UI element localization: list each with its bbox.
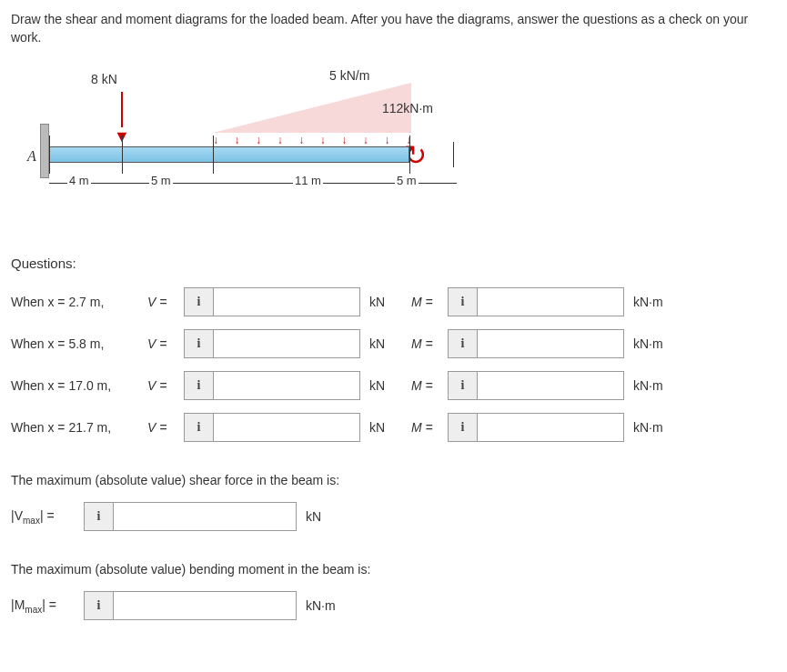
moment-input[interactable]: [478, 414, 623, 441]
questions-heading: Questions:: [11, 256, 776, 271]
info-icon[interactable]: i: [449, 330, 478, 357]
mmax-input[interactable]: [114, 592, 296, 619]
shear-var-label: V =: [147, 336, 175, 351]
shear-var-label: V =: [147, 295, 175, 309]
shear-unit: kN: [369, 295, 402, 309]
question-x-label: When x = 2.7 m,: [11, 295, 138, 309]
vmax-row: |Vmax| = i kN: [11, 502, 776, 531]
fixed-support-icon: [40, 124, 49, 178]
vmax-input-group: i: [84, 502, 297, 531]
moment-input-group: i: [448, 413, 624, 442]
max-moment-prompt: The maximum (absolute value) bending mom…: [11, 562, 776, 577]
shear-var-label: V =: [147, 420, 175, 435]
info-icon[interactable]: i: [185, 414, 214, 441]
shear-input[interactable]: [214, 330, 359, 357]
shear-input-group: i: [184, 371, 360, 400]
info-icon[interactable]: i: [185, 288, 214, 316]
moment-input-group: i: [448, 329, 624, 358]
support-label-a: A: [27, 148, 36, 165]
info-icon[interactable]: i: [85, 592, 114, 619]
moment-input[interactable]: [478, 372, 623, 399]
info-icon[interactable]: i: [449, 288, 478, 316]
question-x-label: When x = 17.0 m,: [11, 378, 138, 393]
moment-unit: kN·m: [633, 295, 679, 309]
dimension-label: 5 m: [395, 174, 419, 187]
point-load-label: 8 kN: [91, 72, 117, 86]
dimension-label: 11 m: [293, 174, 323, 187]
section-tick: [49, 135, 50, 174]
question-row: When x = 2.7 m, V = i kN M = i kN·m: [11, 287, 776, 316]
moment-label: 112kN·m: [382, 101, 433, 115]
mmax-input-group: i: [84, 591, 297, 620]
moment-unit: kN·m: [633, 336, 679, 351]
info-icon[interactable]: i: [185, 330, 214, 357]
moment-var-label: M =: [411, 378, 439, 393]
shear-input-group: i: [184, 287, 360, 316]
info-icon[interactable]: i: [185, 372, 214, 399]
moment-unit: kN·m: [633, 420, 679, 435]
shear-input-group: i: [184, 329, 360, 358]
moment-var-label: M =: [411, 295, 439, 309]
shear-unit: kN: [369, 378, 402, 393]
dimension-label: 5 m: [149, 174, 173, 187]
mmax-label: |Mmax| =: [11, 597, 75, 615]
shear-input[interactable]: [214, 414, 359, 441]
distributed-load-label: 5 kN/m: [329, 68, 369, 83]
info-icon[interactable]: i: [449, 414, 478, 441]
question-x-label: When x = 5.8 m,: [11, 336, 138, 351]
dimension-label: 4 m: [67, 174, 91, 187]
moment-input-group: i: [448, 371, 624, 400]
mmax-unit: kN·m: [306, 598, 351, 613]
section-tick: [122, 135, 123, 174]
section-tick: [213, 135, 214, 174]
info-icon[interactable]: i: [449, 372, 478, 399]
vmax-unit: kN: [306, 509, 338, 524]
moment-input[interactable]: [478, 330, 623, 357]
shear-unit: kN: [369, 336, 402, 351]
moment-var-label: M =: [411, 420, 439, 435]
moment-var-label: M =: [411, 336, 439, 351]
moment-unit: kN·m: [633, 378, 679, 393]
shear-unit: kN: [369, 420, 402, 435]
max-shear-prompt: The maximum (absolute value) shear force…: [11, 473, 776, 487]
beam-body: [49, 146, 409, 163]
mmax-row: |Mmax| = i kN·m: [11, 591, 776, 620]
shear-input[interactable]: [214, 372, 359, 399]
question-x-label: When x = 21.7 m,: [11, 420, 138, 435]
vmax-label: |Vmax| =: [11, 508, 75, 526]
question-row: When x = 17.0 m, V = i kN M = i kN·m: [11, 371, 776, 400]
shear-var-label: V =: [147, 378, 175, 393]
question-row: When x = 21.7 m, V = i kN M = i kN·m: [11, 413, 776, 442]
moment-input-group: i: [448, 287, 624, 316]
beam-diagram: 8 kN ▼ 5 kN/m ↓↓↓↓↓↓↓↓↓↓ 112kN·m ↻ A 4 m…: [11, 65, 466, 228]
shear-input-group: i: [184, 413, 360, 442]
instructions-text: Draw the shear and moment diagrams for t…: [11, 11, 776, 46]
shear-input[interactable]: [214, 288, 359, 316]
info-icon[interactable]: i: [85, 503, 114, 530]
question-row: When x = 5.8 m, V = i kN M = i kN·m: [11, 329, 776, 358]
section-tick: [409, 135, 410, 174]
vmax-input[interactable]: [114, 503, 296, 530]
moment-input[interactable]: [478, 288, 623, 316]
beam-end-tick: [453, 142, 454, 167]
